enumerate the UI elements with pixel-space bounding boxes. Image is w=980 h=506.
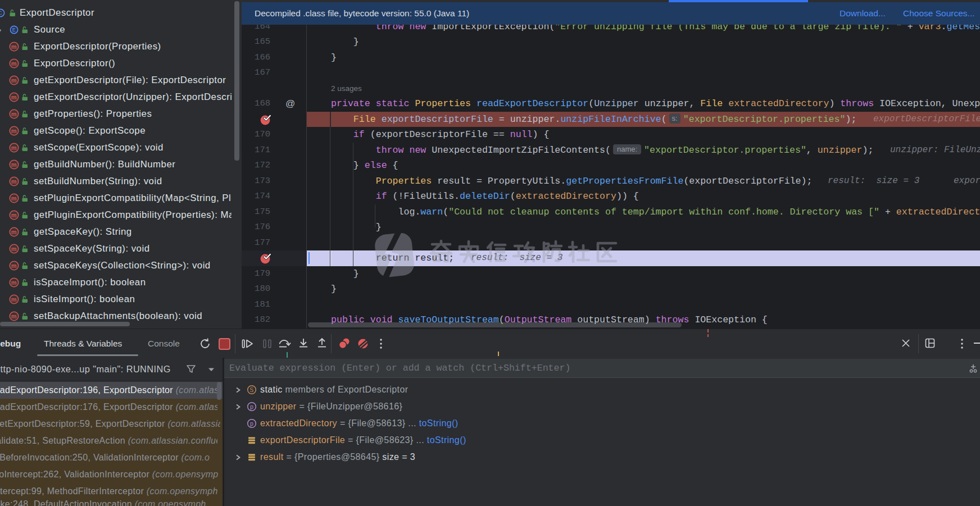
svg-text:p: p (250, 420, 253, 427)
svg-text:m: m (11, 161, 17, 168)
svg-text:m: m (11, 144, 17, 151)
svg-text:m: m (11, 296, 17, 303)
svg-text:m: m (11, 60, 17, 67)
svg-text:m: m (11, 111, 17, 117)
svg-text:S: S (249, 386, 253, 393)
svg-text:m: m (11, 262, 17, 269)
svg-text:m: m (11, 195, 17, 202)
svg-text:m: m (11, 127, 17, 134)
svg-text:m: m (11, 43, 17, 50)
svg-text:m: m (11, 178, 17, 185)
svg-text:m: m (11, 279, 17, 286)
svg-text:m: m (11, 313, 17, 320)
svg-text:m: m (11, 245, 17, 252)
svg-text:m: m (11, 212, 17, 218)
svg-text:C: C (0, 10, 3, 16)
svg-text:p: p (250, 403, 253, 410)
svg-text:m: m (11, 94, 17, 101)
svg-text:E: E (12, 27, 16, 33)
svg-text:m: m (11, 77, 17, 84)
svg-text:m: m (11, 229, 17, 235)
